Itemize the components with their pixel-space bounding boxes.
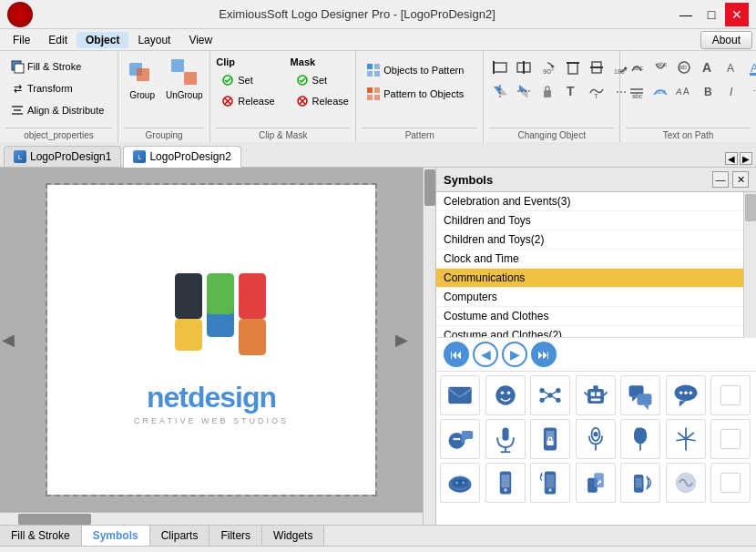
wave-text-button[interactable]: T xyxy=(586,80,608,102)
canvas-scroll-right[interactable]: ▶ xyxy=(395,330,408,350)
symbol-chat-bubbles[interactable] xyxy=(620,375,660,415)
lock-button[interactable] xyxy=(536,80,558,102)
canvas-scrollbar-horizontal[interactable] xyxy=(0,512,423,525)
text-path-3-button[interactable]: ab xyxy=(673,56,695,78)
symbol-mic2[interactable] xyxy=(576,419,616,459)
nav-first-button[interactable]: ⏮ xyxy=(444,342,469,367)
text-color-button[interactable]: A xyxy=(746,56,756,78)
panel-minimize-button[interactable]: — xyxy=(712,171,729,188)
text-path-2-button[interactable]: abc xyxy=(649,56,671,78)
close-button[interactable]: ✕ xyxy=(725,3,749,26)
symbols-list-scrollbar[interactable] xyxy=(743,192,756,338)
symbol-microphone[interactable] xyxy=(485,419,526,459)
nav-prev-button[interactable]: ◀ xyxy=(473,342,498,367)
symbol-item-1[interactable]: Children and Toys xyxy=(436,211,743,230)
menu-object[interactable]: Object xyxy=(77,32,128,48)
symbol-item-4[interactable]: Communications xyxy=(436,269,743,288)
group-button[interactable]: Group xyxy=(124,53,160,103)
maximize-button[interactable]: □ xyxy=(700,3,723,26)
bottom-tab-cliparts[interactable]: Cliparts xyxy=(150,526,210,546)
symbol-chat2[interactable] xyxy=(666,375,706,415)
symbol-mobile2[interactable] xyxy=(530,463,570,503)
mask-set-button[interactable]: Set xyxy=(291,70,353,90)
symbol-phone-wireless[interactable] xyxy=(620,463,660,503)
symbol-empty3[interactable] xyxy=(710,463,751,503)
symbol-mic3[interactable] xyxy=(620,419,660,459)
menu-layout[interactable]: Layout xyxy=(128,32,179,48)
symbol-face[interactable] xyxy=(485,375,526,415)
menu-view[interactable]: View xyxy=(179,32,221,48)
ribbon-content-pattern: Objects to Pattern Pattern to Objects xyxy=(362,53,477,126)
symbol-envelope[interactable] xyxy=(440,375,480,415)
text-bold-button[interactable]: B xyxy=(699,80,720,102)
fill-stroke-button[interactable]: Fill & Stroke xyxy=(5,56,108,77)
align-middle-button[interactable] xyxy=(586,56,608,78)
symbol-wifi-transfer[interactable] xyxy=(576,463,616,503)
svg-line-70 xyxy=(542,395,550,400)
symbol-item-5[interactable]: Computers xyxy=(436,288,743,307)
symbol-network[interactable] xyxy=(530,375,570,415)
menu-file[interactable]: File xyxy=(4,32,39,48)
align-distribute-button[interactable]: Align & Distribute xyxy=(5,100,108,120)
symbol-item-6[interactable]: Costume and Clothes xyxy=(436,307,743,326)
align-top-button[interactable] xyxy=(562,56,584,78)
text-path-5-button[interactable]: abc xyxy=(649,80,671,102)
menu-edit[interactable]: Edit xyxy=(39,32,77,48)
symbol-item-0[interactable]: Celebration and Events(3) xyxy=(436,192,743,211)
text-size-2-button[interactable]: A xyxy=(722,56,744,78)
text-italic-button[interactable]: I xyxy=(722,80,744,102)
rotate-90-button[interactable]: 90° xyxy=(536,56,558,78)
bottom-tab-fill-stroke[interactable]: Fill & Stroke xyxy=(0,526,82,546)
align-left-button[interactable] xyxy=(489,56,511,78)
text-more-button[interactable]: ⋯ xyxy=(746,80,756,102)
symbol-empty1[interactable] xyxy=(710,375,751,415)
nav-next-button[interactable]: ▶ xyxy=(502,342,527,367)
nav-last-button[interactable]: ⏭ xyxy=(531,342,557,367)
canvas-scrollbar-vertical[interactable] xyxy=(423,168,435,525)
svg-text:B: B xyxy=(704,86,712,98)
symbols-nav: ⏮ ◀ ▶ ⏭ xyxy=(436,338,756,372)
flip-h-button[interactable] xyxy=(489,80,511,102)
symbol-faded[interactable] xyxy=(666,463,706,503)
symbol-antenna[interactable] xyxy=(666,419,706,459)
mask-label: Mask xyxy=(291,56,353,69)
align-center-button[interactable] xyxy=(513,56,535,78)
text-btn[interactable]: T xyxy=(562,80,584,102)
symbol-item-7[interactable]: Costume and Clothes(2) xyxy=(436,326,743,338)
tab-logoprodesign2[interactable]: L LogoProDesign2 xyxy=(123,146,240,168)
symbol-lock-phone[interactable] xyxy=(530,419,570,459)
minimize-button[interactable]: — xyxy=(674,3,698,26)
mask-release-button[interactable]: Release xyxy=(291,91,353,111)
symbol-mobile-phone[interactable] xyxy=(485,463,526,503)
canvas-scroll-left[interactable]: ◀ xyxy=(2,330,15,350)
text-path-4-button[interactable]: abc xyxy=(626,80,648,102)
bottom-tab-widgets[interactable]: Widgets xyxy=(262,526,324,546)
tab-logoprodesign1[interactable]: L LogoProDesign1 xyxy=(4,146,121,167)
tab-prev-button[interactable]: ◀ xyxy=(725,152,738,165)
clip-set-button[interactable]: Set xyxy=(216,70,279,90)
symbol-head-speech[interactable] xyxy=(440,419,480,459)
pattern-to-objects-button[interactable]: Pattern to Objects xyxy=(362,84,468,104)
symbol-empty2[interactable] xyxy=(710,419,751,459)
bottom-tab-symbols[interactable]: Symbols xyxy=(82,526,150,546)
text-size-1-button[interactable]: A xyxy=(699,56,720,78)
about-button[interactable]: About xyxy=(700,31,752,49)
clip-release-button[interactable]: Release xyxy=(216,91,279,111)
ungroup-button[interactable]: UnGroup xyxy=(164,53,204,103)
group-icon xyxy=(126,56,158,88)
tab-next-button[interactable]: ▶ xyxy=(740,152,752,165)
symbols-list[interactable]: Celebration and Events(3) Children and T… xyxy=(436,192,743,338)
symbol-robot[interactable] xyxy=(576,375,616,415)
flip-v-button[interactable] xyxy=(513,80,535,102)
symbol-old-phone[interactable] xyxy=(440,463,480,503)
objects-to-pattern-button[interactable]: Objects to Pattern xyxy=(362,60,468,80)
text-path-1-button[interactable]: abc xyxy=(626,56,648,78)
symbol-item-2[interactable]: Children and Toys(2) xyxy=(436,230,743,250)
bottom-tab-filters[interactable]: Filters xyxy=(209,526,262,546)
svg-line-107 xyxy=(686,433,694,439)
text-path-6-button[interactable]: AA xyxy=(673,80,695,102)
transform-button[interactable]: ⇄ Transform xyxy=(5,78,108,98)
panel-close-button[interactable]: ✕ xyxy=(732,171,749,188)
symbols-grid xyxy=(436,372,756,525)
symbol-item-3[interactable]: Clock and Time xyxy=(436,250,743,269)
